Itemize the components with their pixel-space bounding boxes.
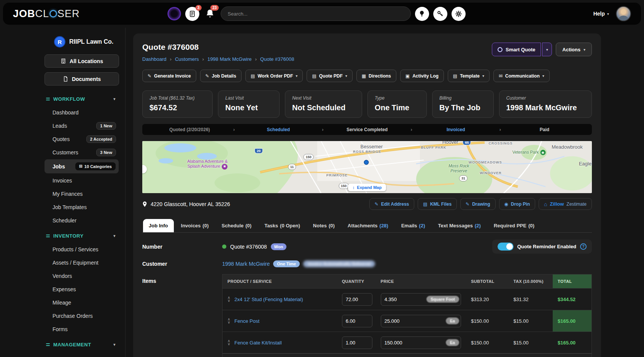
customer-label: Customer — [142, 261, 222, 267]
pencil-icon: ✎ — [205, 73, 209, 79]
reorder-handle[interactable]: ∧∨ — [227, 318, 230, 324]
breadcrumb-dashboard[interactable]: Dashboard — [142, 56, 167, 62]
sidebar-item-customers[interactable]: Customers3 New — [0, 146, 125, 159]
main-panel: Quote #376008 Dashboard › Customers › 19… — [133, 33, 601, 357]
chevron-down-icon: ▾ — [482, 74, 484, 78]
tab-schedule[interactable]: Schedule(0) — [216, 219, 257, 232]
drop-pin-button[interactable]: ◉Drop Pin — [499, 198, 535, 210]
template-button[interactable]: ▤Template▾ — [448, 70, 490, 82]
quantity-input[interactable] — [342, 315, 372, 327]
quote-reminder-toggle[interactable] — [498, 243, 514, 251]
notifications-button[interactable]: 23 — [204, 7, 216, 21]
quantity-input[interactable] — [342, 293, 372, 306]
grand-subtotal: $613.20 — [466, 354, 509, 357]
help-menu[interactable]: Help ▾ — [593, 11, 609, 17]
quote-reminder-label: Quote Reminder Enabled — [517, 244, 576, 249]
activity-log-button[interactable]: ▣Activity Log — [400, 70, 444, 82]
smart-quote-button[interactable]: Smart Quote — [492, 43, 541, 56]
grand-total: $674.52 — [553, 354, 592, 357]
title-block: Quote #376008 Dashboard › Customers › 19… — [142, 43, 294, 62]
section-inventory-label: INVENTORY — [53, 233, 84, 239]
reorder-handle[interactable]: ∧∨ — [227, 296, 230, 302]
sidebar-item-my-finances[interactable]: My Finances — [0, 187, 125, 200]
pipeline-invoiced[interactable]: Invoiced — [412, 127, 499, 132]
product-link[interactable]: Fence Post — [234, 318, 259, 324]
directions-button[interactable]: ▦Directions — [356, 70, 396, 82]
expand-map-button[interactable]: ↕ Expand Map — [348, 184, 386, 191]
section-workflow[interactable]: WORKFLOW ▾ — [0, 90, 125, 106]
sidebar-item-assets-equipment[interactable]: Assets / Equipment — [0, 256, 125, 269]
product-link[interactable]: Fence Gate Kit/Install — [234, 340, 281, 346]
pipeline-service-completed[interactable]: Service Completed — [324, 127, 411, 132]
actions-label: Actions — [562, 47, 580, 52]
tax-value: $15.00 — [509, 310, 553, 332]
smart-quote-dropdown[interactable]: ▾ — [542, 43, 552, 56]
sidebar-item-purchase-orders[interactable]: Purchase Orders — [0, 309, 125, 322]
kml-files-button[interactable]: ▤KML Files — [418, 198, 457, 210]
subtotal-value: $150.00 — [466, 310, 509, 332]
sidebar-item-products-services[interactable]: Products / Services — [0, 243, 125, 256]
smart-quote-label: Smart Quote — [506, 47, 535, 52]
sidebar-item-mileage[interactable]: Mileage — [0, 296, 125, 309]
documents-button[interactable]: Documents — [45, 72, 119, 86]
pipeline-scheduled[interactable]: Scheduled — [235, 127, 322, 132]
tab-emails[interactable]: Emails(2) — [396, 219, 431, 232]
job-location-marker[interactable] — [364, 160, 369, 165]
status-ring-icon[interactable] — [167, 7, 181, 21]
zillow-zestimate-button[interactable]: ⌂ Zillow Zestimate — [539, 198, 592, 210]
work-order-pdf-button[interactable]: ▤Work Order PDF▾ — [245, 70, 303, 82]
sidebar-item-vendors[interactable]: Vendors — [0, 269, 125, 282]
tab-tasks[interactable]: Tasks(0 Open) — [259, 219, 306, 232]
key-button[interactable] — [433, 7, 447, 21]
reorder-handle[interactable]: ∧∨ — [227, 340, 230, 346]
stat-last-visit: Last VisitNone Yet — [218, 90, 280, 118]
idea-button[interactable] — [415, 7, 429, 21]
quote-pdf-button[interactable]: ▤Quote PDF▾ — [307, 70, 352, 82]
product-link[interactable]: 2x4 12' Stud (Fencing Material) — [234, 297, 303, 302]
section-inventory[interactable]: INVENTORY ▾ — [0, 227, 125, 243]
documents-label: Documents — [72, 76, 101, 82]
all-locations-button[interactable]: All Locations — [45, 54, 119, 68]
pipeline-quoted[interactable]: Quoted (2/20/2026) — [146, 127, 233, 132]
tab-job-info[interactable]: Job Info — [143, 219, 174, 232]
sidebar-item-forms[interactable]: Forms — [0, 322, 125, 336]
drawing-button[interactable]: ✎Drawing — [460, 198, 495, 210]
sidebar-item-leads[interactable]: Leads1 New — [0, 119, 125, 132]
pipeline-paid[interactable]: Paid — [501, 127, 588, 132]
sidebar-item-scheduler[interactable]: Scheduler — [0, 214, 125, 227]
sidebar-item-expenses[interactable]: Expenses — [0, 282, 125, 296]
generate-invoice-button[interactable]: ✎Generate Invoice — [142, 70, 196, 82]
quantity-input[interactable] — [342, 336, 372, 349]
user-avatar[interactable] — [616, 6, 631, 21]
jobs-badge: ⊞10 Categories — [75, 162, 116, 170]
kml-icon: ▤ — [423, 202, 427, 207]
communication-button[interactable]: ✉Communication▾ — [493, 70, 550, 82]
customer-link[interactable]: 1998 Mark McGwire — [222, 261, 270, 267]
breadcrumb-customers[interactable]: Customers — [175, 56, 199, 62]
company-row[interactable]: R RIIPL Lawn Co. — [54, 36, 125, 48]
help-tooltip-icon[interactable]: ? — [580, 243, 587, 250]
tab-attachments[interactable]: Attachments(28) — [342, 219, 394, 232]
chevron-down-icon: ▾ — [542, 74, 544, 78]
tab-required-ppe[interactable]: Required PPE(0) — [488, 219, 540, 232]
tab-invoices[interactable]: Invoices(0) — [175, 219, 215, 232]
sidebar-item-jobs[interactable]: Jobs⊞10 Categories — [45, 159, 119, 173]
stat-type: TypeOne Time — [367, 90, 427, 118]
section-management[interactable]: MANAGEMENT ▾ — [0, 336, 125, 351]
sidebar-item-invoices[interactable]: Invoices — [0, 174, 125, 187]
tab-text-messages[interactable]: Text Messages(2) — [433, 219, 487, 232]
sidebar-item-quotes[interactable]: Quotes2 Accepted — [0, 132, 125, 146]
map-canvas[interactable]: Bessemer ROSS BRIDGE BLUFF PARK Hoover C… — [142, 141, 592, 193]
tab-notes[interactable]: Notes(0) — [307, 219, 340, 232]
sidebar-item-job-templates[interactable]: Job Templates — [0, 200, 125, 214]
actions-button[interactable]: Actions ▾ — [556, 43, 592, 56]
edit-address-button[interactable]: ✎Edit Address — [369, 198, 415, 210]
breadcrumb-quote[interactable]: Quote #376008 — [260, 56, 294, 62]
search-input[interactable] — [221, 6, 411, 21]
task-list-button[interactable]: 3 — [185, 7, 199, 21]
breadcrumb-customer-name[interactable]: 1998 Mark McGwire — [207, 56, 251, 62]
sidebar-item-dashboard[interactable]: Dashboard — [0, 106, 125, 119]
route-shield: 150 — [339, 183, 349, 189]
settings-button[interactable] — [452, 7, 466, 21]
job-details-button[interactable]: ✎Job Details — [200, 70, 242, 82]
